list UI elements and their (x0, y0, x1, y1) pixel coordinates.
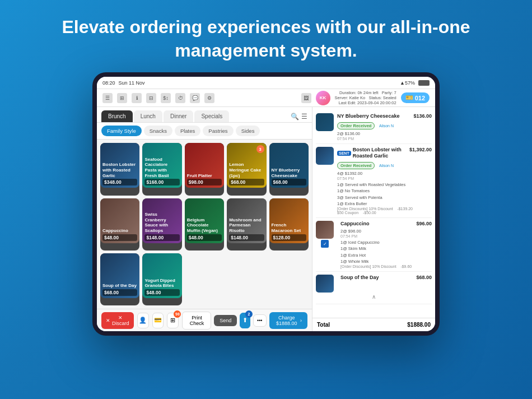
order-item: SENT Boston Lobster with Roasted Garlic … (316, 144, 432, 218)
tablet-screen: 08:20 Sun 11 Nov ▲57% ☰ ⊞ ℹ ⊟ $↕ ⏱ 💬 (97, 77, 435, 331)
order-status-badge: Order Received (337, 122, 375, 129)
order-item-price: $96.00 (416, 221, 432, 227)
order-item-price: $136.00 (413, 113, 432, 119)
ticket-number: 012 (415, 95, 425, 101)
tab-specials[interactable]: Specials (194, 110, 229, 122)
menu-icon[interactable]: ☰ (102, 93, 113, 103)
order-item-price: $68.00 (416, 275, 432, 281)
close-icon: ✕ (106, 318, 110, 323)
grid-icon-btn[interactable]: ⊞ 98 (167, 313, 179, 328)
order-time: 07:54 PM (337, 177, 432, 180)
check-icon: ✓ (321, 240, 329, 248)
menu-item[interactable]: Cappuccino $48.00 (100, 198, 139, 250)
order-thumb (316, 221, 334, 239)
send-button[interactable]: Send (214, 315, 237, 326)
left-panel: Brunch Lunch Dinner Specials 🔍 ☰ Family … (97, 107, 312, 331)
subtab-sides[interactable]: Sides (236, 126, 260, 136)
dollar-icon[interactable]: $↕ (161, 93, 171, 103)
subtab-plates[interactable]: Plates (175, 126, 200, 136)
order-item: Soup of the Day $68.00 ∧ (316, 272, 432, 304)
order-item-name: Cappuccino (340, 221, 416, 227)
user-info: Duration: 0h 24m left Party: 7 Server: K… (335, 90, 396, 105)
order-quantity: 2@ $96.00 (340, 228, 432, 234)
tab-dinner[interactable]: Dinner (164, 110, 193, 122)
order-quantity: 2@ $136.00 (337, 131, 432, 137)
order-details: 1@ Iced Cappuccino 1@ Skim Milk 1@ Extra… (340, 239, 432, 265)
order-item-name: Soup of the Day (340, 275, 416, 281)
settings-icon[interactable]: ⚙ (204, 93, 214, 103)
order-server-name: Alison N (379, 164, 394, 168)
total-amount: $1888.00 (407, 322, 431, 328)
ticket-badge[interactable]: 🎫 012 (401, 92, 430, 103)
menu-item[interactable]: Mushroom and Parmesan Risotto $148.00 (227, 198, 266, 250)
order-details: 1@ Served with Roasted Vegetables 1@ No … (337, 182, 432, 207)
order-discounts: [Order Discounts] 10% Discount -$139.20 … (337, 207, 432, 215)
order-item: NY Blueberry Cheesecake $136.00 Order Re… (316, 110, 432, 144)
order-thumb (316, 113, 334, 131)
hero-section: Elevate ordering experiences with our al… (0, 0, 532, 72)
person-icon-btn[interactable]: 👤 (137, 313, 149, 328)
subtab-pastries[interactable]: Pastries (203, 126, 233, 136)
info-icon[interactable]: ℹ (132, 93, 142, 103)
ticket-icon: 🎫 (405, 94, 413, 101)
tab-brunch[interactable]: Brunch (101, 110, 133, 122)
order-item-name: Boston Lobster with Roasted Garlic (353, 147, 409, 159)
grid-icon[interactable]: ⊟ (146, 93, 156, 103)
order-server-name: Alison N (379, 124, 394, 128)
user-avatar: KK (316, 91, 330, 105)
menu-item[interactable]: Boston Lobster with Roasted Garlic $348.… (100, 143, 139, 195)
battery-icon (418, 80, 430, 86)
status-date: Sun 11 Nov (119, 80, 145, 86)
notification-badge: 98 (174, 310, 181, 318)
image-upload-icon[interactable]: 🖼 (301, 93, 311, 103)
order-panel: NY Blueberry Cheesecake $136.00 Order Re… (312, 107, 435, 331)
menu-item[interactable]: Fruit Platter $98.00 (185, 143, 224, 195)
order-item-name: NY Blueberry Cheesecake (337, 113, 413, 119)
order-thumb (316, 275, 334, 293)
menu-item[interactable]: Belgium Chocolate Muffin (Vegan) $48.00 (185, 198, 224, 250)
tab-lunch[interactable]: Lunch (134, 110, 162, 122)
tablet-frame: 08:20 Sun 11 Nov ▲57% ☰ ⊞ ℹ ⊟ $↕ ⏱ 💬 (92, 72, 440, 336)
menu-grid: Boston Lobster with Roasted Garlic $348.… (97, 140, 312, 309)
main-content: Brunch Lunch Dinner Specials 🔍 ☰ Family … (97, 107, 435, 331)
menu-item[interactable]: NY Blueberry Cheesecake $68.00 (269, 143, 309, 195)
subtab-snacks[interactable]: Snacks (144, 126, 172, 136)
order-time: 07:54 PM (337, 137, 432, 141)
status-time: 08:20 (102, 80, 115, 86)
more-options-button[interactable]: ••• (253, 314, 266, 327)
send-icon: ⬆ (242, 317, 248, 324)
order-discounts: [Order Discounts] 10% Discount -$9.60 (340, 265, 432, 268)
discard-button[interactable]: ✕ ✕ Discard (101, 312, 134, 329)
clock-icon[interactable]: ⏱ (175, 93, 185, 103)
status-bar: 08:20 Sun 11 Nov ▲57% (97, 77, 435, 89)
menu-item[interactable]: Soup of the Day $68.00 (100, 253, 139, 305)
send-badge: 2 (245, 310, 253, 318)
item-badge: 3 (256, 145, 264, 153)
chevron-up-icon[interactable]: ∧ (316, 293, 432, 301)
order-items-list: NY Blueberry Cheesecake $136.00 Order Re… (312, 107, 435, 318)
menu-item[interactable]: 3 Lemon Meringue Cake (1pc) $68.00 (227, 143, 266, 195)
menu-item[interactable]: Seafood Cacciatore Pasta with Fresh Basi… (142, 143, 181, 195)
total-label: Total (317, 322, 330, 328)
hero-title: Elevate ordering experiences with our al… (34, 16, 498, 62)
charge-button[interactable]: Charge $1888.00 › (269, 312, 308, 329)
sent-badge: SENT (337, 151, 351, 156)
list-icon[interactable]: ☰ (301, 113, 307, 120)
order-item-price: $1,392.00 (409, 147, 432, 159)
menu-item[interactable]: Swiss Cranberry Sauce with Scallops $148… (142, 198, 181, 250)
search-icon[interactable]: 🔍 (291, 113, 299, 120)
send-icon-btn[interactable]: ⬆ 2 (240, 313, 250, 328)
chevron-right-icon: › (300, 318, 302, 323)
payment-icon-btn[interactable]: 💳 (152, 313, 164, 328)
subtab-family-style[interactable]: Family Style (101, 126, 142, 136)
print-check-button[interactable]: Print Check (182, 312, 211, 330)
table-icon[interactable]: ⊞ (117, 93, 127, 103)
toolbar: ☰ ⊞ ℹ ⊟ $↕ ⏱ 💬 ⚙ 🖼 KK Duration: 0h 24m l… (97, 89, 435, 107)
device-wrapper: 08:20 Sun 11 Nov ▲57% ☰ ⊞ ℹ ⊟ $↕ ⏱ 💬 (92, 72, 440, 341)
category-tabs: Brunch Lunch Dinner Specials 🔍 ☰ (97, 107, 312, 123)
wifi-icon: ▲57% (400, 80, 415, 86)
order-thumb (316, 147, 334, 165)
chat-icon[interactable]: 💬 (190, 93, 200, 103)
menu-item[interactable]: Yogurt Dipped Granola Bites $48.00 (142, 253, 181, 305)
menu-item[interactable]: French Macaroon Set $128.00 (269, 198, 309, 250)
